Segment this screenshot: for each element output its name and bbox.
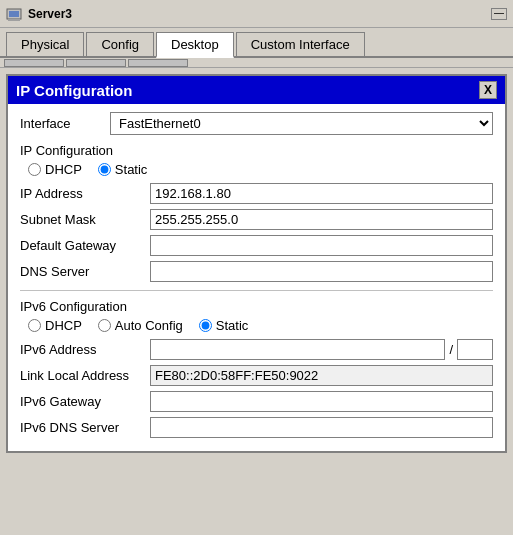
ipv6-dns-label: IPv6 DNS Server — [20, 420, 150, 435]
ipv6-static-radio-item[interactable]: Static — [199, 318, 249, 333]
interface-row: Interface FastEthernet0 — [20, 112, 493, 135]
ipv6-address-label: IPv6 Address — [20, 342, 150, 357]
scroll-area — [0, 58, 513, 68]
minimize-button[interactable]: — — [491, 8, 507, 20]
ip-window-titlebar: IP Configuration X — [8, 76, 505, 104]
scroll-btn-3[interactable] — [128, 59, 188, 67]
ipv6-slash: / — [445, 342, 457, 357]
tab-bar: Physical Config Desktop Custom Interface — [0, 28, 513, 58]
ip-window-close-button[interactable]: X — [479, 81, 497, 99]
default-gateway-input[interactable] — [150, 235, 493, 256]
ipv6-dns-input[interactable] — [150, 417, 493, 438]
ipv6-addr-group: / — [150, 339, 493, 360]
ipv6-dhcp-label: DHCP — [45, 318, 82, 333]
subnet-mask-row: Subnet Mask — [20, 209, 493, 230]
ipv6-auto-label: Auto Config — [115, 318, 183, 333]
ipv6-address-row: IPv6 Address / — [20, 339, 493, 360]
ipv6-gateway-input[interactable] — [150, 391, 493, 412]
tab-physical[interactable]: Physical — [6, 32, 84, 56]
ipv6-static-radio[interactable] — [199, 319, 212, 332]
scroll-btn-1[interactable] — [4, 59, 64, 67]
tab-desktop[interactable]: Desktop — [156, 32, 234, 58]
default-gateway-row: Default Gateway — [20, 235, 493, 256]
ip-address-input[interactable] — [150, 183, 493, 204]
ip-config-window: IP Configuration X Interface FastEtherne… — [6, 74, 507, 453]
link-local-input[interactable] — [150, 365, 493, 386]
ipv4-radio-group: DHCP Static — [28, 162, 493, 177]
tab-custom-interface[interactable]: Custom Interface — [236, 32, 365, 56]
main-content: IP Configuration X Interface FastEtherne… — [0, 68, 513, 459]
link-local-row: Link Local Address — [20, 365, 493, 386]
ipv6-dhcp-radio-item[interactable]: DHCP — [28, 318, 82, 333]
ipv6-gateway-label: IPv6 Gateway — [20, 394, 150, 409]
ip-window-title-text: IP Configuration — [16, 82, 132, 99]
title-bar: Server3 — — [0, 0, 513, 28]
dns-server-row: DNS Server — [20, 261, 493, 282]
dhcp-radio[interactable] — [28, 163, 41, 176]
app-icon — [6, 6, 22, 22]
window-title: Server3 — [28, 7, 491, 21]
default-gateway-label: Default Gateway — [20, 238, 150, 253]
ip-address-label: IP Address — [20, 186, 150, 201]
svg-rect-1 — [9, 11, 19, 17]
interface-select[interactable]: FastEthernet0 — [110, 112, 493, 135]
interface-label: Interface — [20, 116, 110, 131]
static-label: Static — [115, 162, 148, 177]
ipv6-section-label: IPv6 Configuration — [20, 299, 493, 314]
subnet-mask-label: Subnet Mask — [20, 212, 150, 227]
ipv6-gateway-row: IPv6 Gateway — [20, 391, 493, 412]
dns-server-input[interactable] — [150, 261, 493, 282]
ipv6-address-input[interactable] — [150, 339, 445, 360]
section-divider — [20, 290, 493, 291]
ip-address-row: IP Address — [20, 183, 493, 204]
static-radio-item[interactable]: Static — [98, 162, 148, 177]
ipv6-dns-row: IPv6 DNS Server — [20, 417, 493, 438]
link-local-label: Link Local Address — [20, 368, 150, 383]
dhcp-radio-item[interactable]: DHCP — [28, 162, 82, 177]
tab-config[interactable]: Config — [86, 32, 154, 56]
svg-rect-2 — [8, 19, 20, 21]
dhcp-label: DHCP — [45, 162, 82, 177]
ipv6-auto-radio-item[interactable]: Auto Config — [98, 318, 183, 333]
static-radio[interactable] — [98, 163, 111, 176]
ipv6-dhcp-radio[interactable] — [28, 319, 41, 332]
ipv6-auto-radio[interactable] — [98, 319, 111, 332]
dns-server-label: DNS Server — [20, 264, 150, 279]
ipv6-prefix-input[interactable] — [457, 339, 493, 360]
subnet-mask-input[interactable] — [150, 209, 493, 230]
scroll-btn-2[interactable] — [66, 59, 126, 67]
ipv6-static-label: Static — [216, 318, 249, 333]
ipv6-radio-group: DHCP Auto Config Static — [28, 318, 493, 333]
ip-window-body: Interface FastEthernet0 IP Configuration… — [8, 104, 505, 451]
ipv4-section-label: IP Configuration — [20, 143, 493, 158]
